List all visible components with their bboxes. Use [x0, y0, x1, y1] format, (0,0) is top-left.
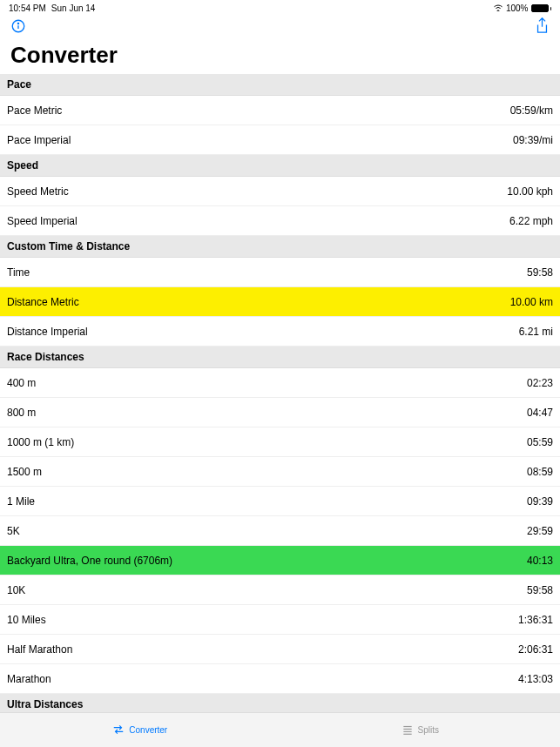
svg-point-1 — [17, 23, 18, 24]
list-row[interactable]: 10 Miles1:36:31 — [0, 605, 560, 635]
list-row[interactable]: 5K29:59 — [0, 516, 560, 546]
list-row[interactable]: Distance Imperial6.21 mi — [0, 317, 560, 347]
row-value: 59:58 — [527, 584, 553, 596]
battery-icon — [531, 4, 552, 12]
list-row[interactable]: Pace Metric05:59/km — [0, 96, 560, 125]
status-time: 10:54 PM — [9, 3, 46, 13]
row-label: Pace Metric — [7, 104, 62, 117]
wifi-icon — [493, 3, 503, 13]
row-value: 2:06:31 — [518, 643, 553, 656]
row-label: 800 m — [7, 407, 36, 419]
section-header: Custom Time & Distance — [0, 236, 560, 258]
content-list[interactable]: PacePace Metric05:59/kmPace Imperial09:3… — [0, 74, 560, 739]
row-value: 6.21 mi — [519, 326, 553, 338]
list-row[interactable]: Backyard Ultra, One round (6706m)40:13 — [0, 546, 560, 575]
row-label: Marathon — [7, 673, 51, 685]
section-header: Race Distances — [0, 347, 560, 368]
status-date: Sun Jun 14 — [51, 3, 96, 13]
row-label: Half Marathon — [7, 643, 72, 656]
list-row[interactable]: Half Marathon2:06:31 — [0, 635, 560, 664]
list-row[interactable]: 1500 m08:59 — [0, 457, 560, 487]
share-icon[interactable] — [535, 17, 550, 38]
row-label: 10K — [7, 584, 25, 596]
list-row[interactable]: 800 m04:47 — [0, 398, 560, 427]
row-value: 29:59 — [527, 525, 553, 537]
nav-bar — [0, 14, 560, 40]
row-label: Speed Imperial — [7, 215, 78, 227]
row-label: 10 Miles — [7, 614, 46, 626]
list-row[interactable]: Distance Metric10.00 km — [0, 287, 560, 317]
row-label: 1500 m — [7, 466, 42, 478]
row-value: 6.22 mph — [509, 215, 553, 227]
list-row[interactable]: 400 m02:23 — [0, 368, 560, 398]
row-value: 08:59 — [527, 466, 553, 478]
tab-converter[interactable]: Converter — [0, 713, 280, 747]
row-value: 05:59 — [527, 436, 553, 448]
list-row[interactable]: Marathon4:13:03 — [0, 664, 560, 694]
tab-bar: Converter Splits — [0, 712, 560, 747]
page-title: Converter — [0, 40, 560, 74]
row-label: 5K — [7, 525, 20, 537]
row-label: Distance Metric — [7, 296, 79, 308]
row-label: Time — [7, 266, 30, 279]
row-label: Distance Imperial — [7, 326, 88, 338]
converter-icon — [112, 723, 125, 737]
row-value: 10.00 km — [510, 296, 553, 308]
list-row[interactable]: 1000 m (1 km)05:59 — [0, 427, 560, 457]
row-value: 05:59/km — [510, 104, 553, 117]
tab-converter-label: Converter — [129, 725, 167, 735]
section-header: Pace — [0, 74, 560, 96]
row-label: 400 m — [7, 377, 36, 389]
row-label: Speed Metric — [7, 185, 69, 198]
row-value: 04:47 — [527, 407, 553, 419]
row-label: 1000 m (1 km) — [7, 436, 74, 448]
row-value: 40:13 — [527, 555, 553, 567]
row-value: 09:39/mi — [513, 134, 553, 146]
row-label: 1 Mile — [7, 495, 35, 508]
row-label: Backyard Ultra, One round (6706m) — [7, 555, 172, 567]
row-value: 10.00 kph — [507, 185, 553, 198]
row-value: 09:39 — [527, 495, 553, 508]
tab-splits-label: Splits — [418, 725, 439, 735]
section-header: Speed — [0, 155, 560, 177]
list-row[interactable]: 10K59:58 — [0, 575, 560, 605]
row-label: Pace Imperial — [7, 134, 71, 146]
splits-icon — [401, 723, 414, 737]
list-row[interactable]: Speed Imperial6.22 mph — [0, 206, 560, 236]
list-row[interactable]: Speed Metric10.00 kph — [0, 177, 560, 206]
battery-percent: 100% — [506, 3, 529, 13]
row-value: 02:23 — [527, 377, 553, 389]
row-value: 59:58 — [527, 266, 553, 279]
tab-splits[interactable]: Splits — [280, 713, 561, 747]
info-icon[interactable] — [10, 18, 26, 37]
list-row[interactable]: Time59:58 — [0, 258, 560, 287]
list-row[interactable]: Pace Imperial09:39/mi — [0, 125, 560, 155]
row-value: 1:36:31 — [518, 614, 553, 626]
list-row[interactable]: 1 Mile09:39 — [0, 487, 560, 516]
row-value: 4:13:03 — [518, 673, 553, 685]
status-bar: 10:54 PM Sun Jun 14 100% — [0, 0, 560, 14]
